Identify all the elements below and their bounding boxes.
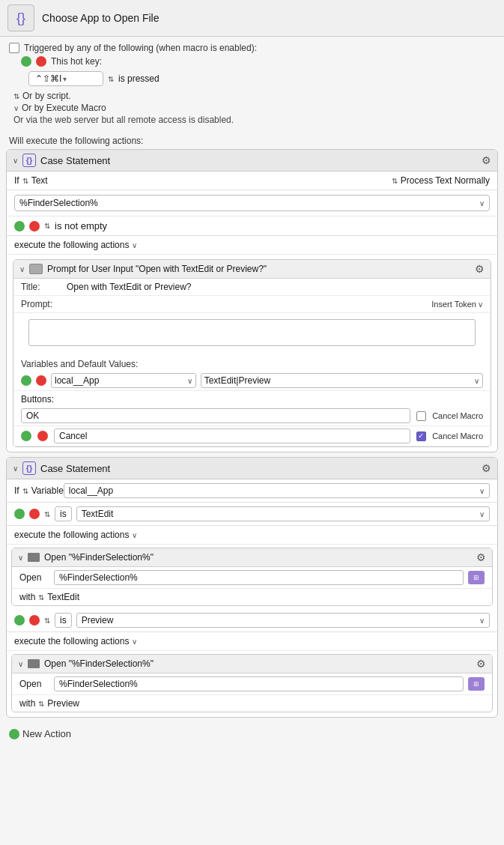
case2-cond1-val: TextEdit [82,509,114,519]
case2-variable-select[interactable]: local__App ∨ [64,483,490,498]
case1-icon: {} [22,154,36,167]
var-add-btn[interactable] [21,375,31,386]
open1-file-value: %FinderSelection% [59,572,138,583]
case2-var-chevron-icon: ∨ [479,487,485,495]
case1-cond-updown-icon: ⇅ [44,222,50,230]
open1-icon [28,553,40,562]
case1-text-value: %FinderSelection% [19,198,98,208]
open2-file-value: %FinderSelection% [59,679,138,689]
open2-finder-btn[interactable]: ⊞ [468,677,485,691]
open1-title: Open "%FinderSelection%" [44,552,154,563]
case2-header: ∨ {} Case Statement ⚙ [7,458,497,479]
case1-execute-chevron-icon: ∨ [132,241,137,249]
open2-open-label: Open [19,679,49,689]
btn2-cancel-checkbox[interactable] [416,431,426,441]
prompt-textarea-wrapper [13,313,491,356]
case2-execute2-label: execute the following actions [14,636,129,646]
case2-cond2-is-select[interactable]: is [55,613,72,628]
app-title: Choose App to Open File [42,12,497,24]
case2-cond1-remove-btn[interactable] [29,509,40,519]
case2-cond1-add-btn[interactable] [14,509,25,519]
case2-title: Case Statement [40,463,110,474]
open2-with-row: with ⇅ Preview [12,695,492,712]
prompt-prompt-row: Prompt: Insert Token ∨ [13,296,491,313]
case-statement-1: ∨ {} Case Statement ⚙ If ⇅ Text ⇅ Proces… [6,149,498,452]
remove-hotkey-btn[interactable] [36,56,46,67]
buttons-section-label: Buttons: [13,391,491,406]
var-name-value: local__App [55,375,99,386]
var-remove-btn[interactable] [36,375,46,386]
trigger-checkbox[interactable] [9,43,19,53]
app-header: {} Choose App to Open File [0,0,504,37]
case2-cond1-is-select[interactable]: is [55,506,72,521]
open1-updown-icon: ⇅ [38,593,44,602]
prompt-expand-icon[interactable]: ∨ [19,265,25,273]
add-hotkey-btn[interactable] [21,56,31,67]
new-action-row[interactable]: New Action [0,722,504,745]
case2-cond2-remove-btn[interactable] [29,615,40,626]
insert-token-btn[interactable]: Insert Token ∨ [431,300,483,309]
case1-expand-icon[interactable]: ∨ [13,157,18,165]
case2-cond2-val: Preview [82,615,114,626]
case2-execute1-label: execute the following actions [14,530,129,540]
case2-expand-icon[interactable]: ∨ [13,464,18,473]
trigger-section: Triggered by any of the following (when … [0,37,504,131]
open1-gear-icon[interactable]: ⚙ [476,551,486,563]
prompt-gear-icon[interactable]: ⚙ [475,263,485,275]
case2-cond1-val-select[interactable]: TextEdit ∨ [76,506,490,521]
case2-cond2-val-select[interactable]: Preview ∨ [76,613,490,628]
case1-updown-icon: ⇅ [22,177,28,185]
open1-finder-icon: ⊞ [473,574,479,581]
case1-remove-btn[interactable] [29,221,40,231]
new-action-label[interactable]: New Action [22,728,71,739]
case1-text-input[interactable]: %FinderSelection% ∨ [14,195,490,211]
btn2-remove-btn[interactable] [37,431,48,441]
case1-gear-icon[interactable]: ⚙ [482,154,491,166]
case1-title: Case Statement [40,155,110,166]
case2-gear-icon[interactable]: ⚙ [482,462,491,474]
open-block-2: ∨ Open "%FinderSelection%" ⚙ Open %Finde… [11,654,493,712]
case2-execute2-chevron-icon: ∨ [132,637,137,646]
case-statement-2: ∨ {} Case Statement ⚙ If ⇅ Variable loca… [6,457,498,718]
hotkey-field[interactable]: ⌃⇧⌘I ▾ [28,71,103,86]
var-value-chevron-icon: ∨ [474,377,479,385]
open1-file-field[interactable]: %FinderSelection% [54,570,464,585]
case2-execute1-chevron-icon: ∨ [132,531,137,539]
open1-finder-btn[interactable]: ⊞ [468,571,485,584]
case2-cond1-chevron-icon: ∨ [479,510,485,518]
case1-add-btn[interactable] [14,221,25,231]
btn1-input[interactable]: OK [21,408,410,423]
open2-file-row: Open %FinderSelection% ⊞ [12,673,492,695]
case1-chevron-icon: ∨ [479,199,485,208]
btn1-cancel-checkbox[interactable] [416,411,426,421]
btn1-row: OK Cancel Macro [13,406,491,426]
open2-file-field[interactable]: %FinderSelection% [54,676,464,691]
open2-gear-icon[interactable]: ⚙ [476,658,486,670]
case2-cond2-add-btn[interactable] [14,615,25,626]
case1-condition-row: ⇅ is not empty [7,216,497,236]
btn2-input[interactable]: Cancel [54,428,410,443]
prompt-title-row: Title: Open with TextEdit or Preview? [13,279,491,296]
open2-finder-icon: ⊞ [473,680,479,688]
case2-cond2-is-label: is [60,615,67,626]
prompt-textarea[interactable] [28,319,476,346]
by-script-label[interactable]: Or by script. [22,91,71,101]
by-execute-label[interactable]: Or by Execute Macro [22,103,106,113]
prompt-block: ∨ Prompt for User Input "Open with TextE… [13,259,491,447]
open1-expand-icon[interactable]: ∨ [18,554,23,562]
btn2-add-btn[interactable] [21,431,31,441]
open1-with-row: with ⇅ TextEdit [12,589,492,605]
open2-expand-icon[interactable]: ∨ [18,660,23,668]
new-action-icon[interactable] [9,729,19,739]
is-pressed-label: is pressed [118,73,160,84]
case2-cond2-chevron-icon: ∨ [479,617,485,625]
hotkey-dropdown-icon: ▾ [63,75,67,83]
var-name-select[interactable]: local__App ∨ [51,373,196,388]
case2-execute1-row: execute the following actions ∨ [7,526,497,545]
case1-execute-row: execute the following actions ∨ [7,236,497,255]
var-value-select[interactable]: TextEdit|Preview ∨ [201,373,483,388]
open2-app-label: Preview [47,698,79,709]
prompt-title-value[interactable]: Open with TextEdit or Preview? [67,282,483,292]
open1-app-label: TextEdit [47,592,79,602]
variables-label: Variables and Default Values: [13,356,491,371]
